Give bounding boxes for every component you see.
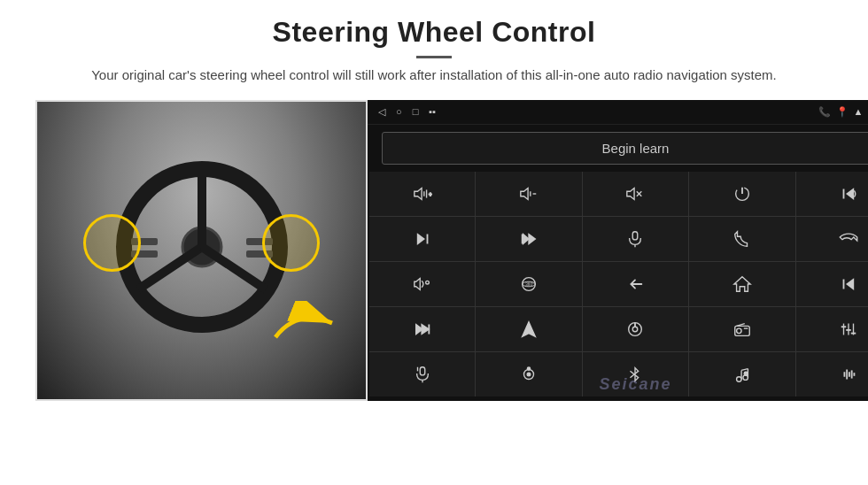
title-section: Steering Wheel Control Your original car…: [35, 16, 833, 95]
settings-knob-button[interactable]: [476, 352, 581, 396]
svg-marker-27: [523, 234, 529, 243]
begin-learn-area: Begin learn: [368, 125, 868, 172]
svg-marker-38: [847, 279, 853, 289]
controls-grid: +: [369, 172, 868, 396]
svg-marker-41: [422, 324, 429, 334]
mic-button[interactable]: [583, 217, 688, 261]
home-nav-icon[interactable]: ○: [396, 106, 402, 117]
svg-line-66: [741, 368, 748, 370]
signal-icon: ▪▪: [429, 106, 436, 117]
skip-back-button[interactable]: [796, 262, 868, 306]
fast-fwd-button[interactable]: [369, 307, 475, 351]
svg-point-60: [527, 373, 531, 376]
android-screen: ◁ ○ □ ▪▪ 📞 📍 ▲ 15:52 Begin learn: [368, 100, 868, 401]
next-track-button[interactable]: [369, 217, 475, 261]
recents-nav-icon[interactable]: □: [413, 106, 419, 117]
page-container: Steering Wheel Control Your original car…: [0, 0, 868, 485]
begin-learn-button[interactable]: Begin learn: [382, 132, 868, 165]
svg-marker-31: [415, 278, 420, 289]
music-button[interactable]: ⚙: [689, 352, 794, 396]
sound-button[interactable]: [369, 262, 475, 306]
status-bar: ◁ ○ □ ▪▪ 📞 📍 ▲ 15:52: [368, 100, 868, 125]
navigation-button[interactable]: [476, 307, 581, 351]
svg-rect-29: [633, 231, 639, 239]
svg-point-32: [425, 281, 429, 284]
page-subtitle: Your original car's steering wheel contr…: [71, 65, 797, 86]
vol-down-button[interactable]: [476, 172, 581, 216]
car-image: [35, 100, 368, 401]
svg-point-61: [528, 367, 531, 370]
back-nav-icon[interactable]: ◁: [378, 106, 385, 118]
svg-marker-36: [734, 276, 750, 291]
vol-up-button[interactable]: +: [369, 172, 475, 216]
highlight-circle-left: [83, 214, 141, 272]
waveform-button[interactable]: [796, 352, 868, 396]
status-bar-right: 📞 📍 ▲ 15:52: [818, 106, 868, 118]
svg-text:+: +: [429, 190, 431, 196]
controls-area: +: [368, 172, 868, 398]
svg-marker-17: [627, 188, 634, 199]
svg-rect-56: [420, 366, 425, 374]
radio-button[interactable]: [689, 307, 794, 351]
wifi-icon: ▲: [854, 106, 864, 117]
home-button[interactable]: [689, 262, 794, 306]
phone-prev-button[interactable]: [796, 172, 868, 216]
mic2-button[interactable]: [369, 352, 475, 396]
equalizer-button[interactable]: [796, 307, 868, 351]
yellow-arrow: [268, 301, 339, 345]
svg-point-62: [736, 376, 741, 381]
title-divider: [416, 56, 452, 58]
vol-mute-button[interactable]: [583, 172, 688, 216]
page-title: Steering Wheel Control: [35, 16, 833, 49]
svg-marker-25: [417, 234, 423, 243]
source-button[interactable]: [583, 307, 688, 351]
svg-marker-23: [847, 189, 853, 198]
svg-point-47: [736, 328, 741, 334]
phone-call-button[interactable]: [689, 217, 794, 261]
bluetooth-button[interactable]: [583, 352, 688, 396]
svg-marker-28: [529, 234, 535, 243]
back-button[interactable]: [583, 262, 688, 306]
status-bar-left: ◁ ○ □ ▪▪: [378, 106, 436, 118]
svg-marker-10: [415, 188, 422, 199]
skip-ff-button[interactable]: [476, 217, 581, 261]
svg-marker-42: [523, 321, 536, 336]
hang-up-button[interactable]: [796, 217, 868, 261]
360-button[interactable]: 360°: [476, 262, 581, 306]
highlight-circle-right: [262, 214, 320, 272]
svg-point-44: [633, 327, 639, 332]
svg-text:360°: 360°: [525, 281, 534, 286]
phone-icon: 📞: [818, 106, 831, 118]
content-area: ◁ ○ □ ▪▪ 📞 📍 ▲ 15:52 Begin learn: [35, 100, 833, 477]
power-button[interactable]: [689, 172, 794, 216]
svg-marker-14: [521, 188, 528, 199]
location-icon: 📍: [836, 106, 849, 118]
